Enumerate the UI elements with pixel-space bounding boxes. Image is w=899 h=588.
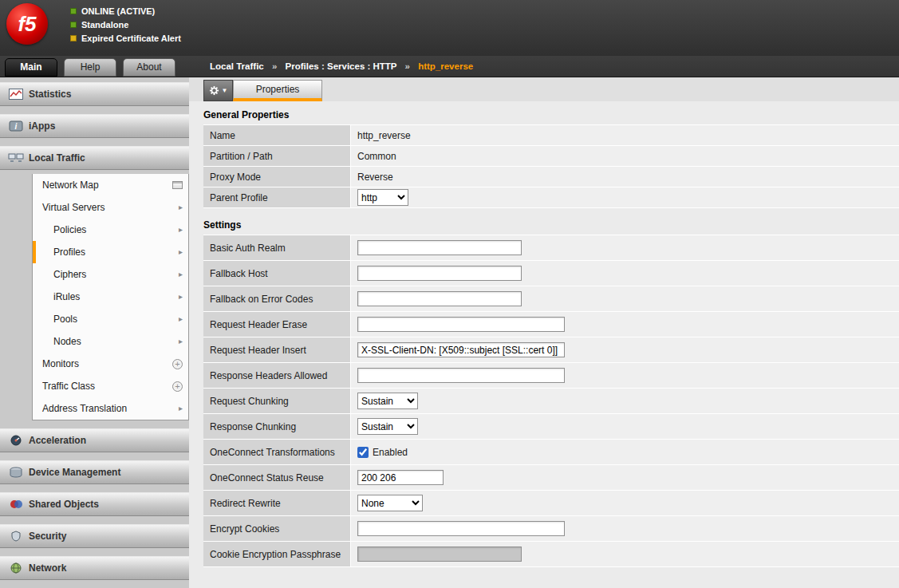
response-headers-allowed-input[interactable] bbox=[357, 368, 565, 383]
chevron-right-icon: ▸ bbox=[179, 219, 183, 241]
submenu-label: Virtual Servers bbox=[42, 202, 104, 213]
settings-table: Basic Auth Realm Fallback Host Fallback … bbox=[203, 235, 899, 567]
enabled-label: Enabled bbox=[373, 447, 408, 458]
sidebar-item-iapps[interactable]: i iApps bbox=[0, 114, 189, 138]
svg-text:i: i bbox=[15, 122, 18, 131]
cookie-encryption-passphrase-input[interactable] bbox=[357, 547, 522, 562]
acceleration-icon bbox=[6, 435, 26, 446]
sidebar-item-label: Security bbox=[29, 531, 66, 542]
oneconnect-status-reuse-input[interactable] bbox=[357, 470, 444, 485]
submenu-label: Address Translation bbox=[42, 403, 127, 414]
sidebar-item-acceleration[interactable]: Acceleration bbox=[0, 428, 189, 452]
table-row: Fallback on Error Codes bbox=[203, 286, 899, 312]
gear-icon bbox=[209, 85, 219, 96]
sidebar-item-monitors[interactable]: Monitors + bbox=[33, 353, 188, 375]
top-header: f5 ONLINE (ACTIVE) Standalone Expired Ce… bbox=[0, 0, 899, 56]
status-cert-alert: Expired Certificate Alert bbox=[70, 31, 181, 45]
submenu-label: iRules bbox=[53, 291, 80, 302]
sidebar-item-profiles[interactable]: Profiles ▸ bbox=[33, 241, 188, 263]
sidebar-item-address-translation[interactable]: Address Translation ▸ bbox=[33, 397, 188, 420]
row-label: Response Headers Allowed bbox=[203, 363, 351, 389]
row-label: Response Chunking bbox=[203, 414, 351, 440]
breadcrumb-middle[interactable]: Profiles : Services : HTTP bbox=[286, 61, 397, 71]
row-label: Proxy Mode bbox=[203, 167, 351, 187]
chevron-right-icon: ▸ bbox=[179, 196, 183, 219]
sidebar-item-nodes[interactable]: Nodes ▸ bbox=[33, 330, 188, 353]
request-chunking-select[interactable]: Sustain bbox=[357, 393, 418, 409]
tab-help[interactable]: Help bbox=[64, 58, 116, 77]
device-management-icon bbox=[6, 467, 26, 478]
submenu-label: Traffic Class bbox=[42, 381, 95, 392]
tab-properties[interactable]: Properties bbox=[233, 80, 322, 101]
tab-main[interactable]: Main bbox=[5, 58, 57, 77]
table-row: OneConnect Transformations Enabled bbox=[203, 440, 899, 465]
breadcrumb-root[interactable]: Local Traffic bbox=[210, 61, 264, 71]
status-yellow-icon bbox=[70, 35, 77, 41]
breadcrumb: Local Traffic » Profiles : Services : HT… bbox=[210, 56, 473, 77]
table-row: Name http_reverse bbox=[203, 125, 899, 146]
table-row: Response Headers Allowed bbox=[203, 363, 899, 389]
sidebar-item-label: Acceleration bbox=[29, 435, 86, 446]
sidebar-item-security[interactable]: Security bbox=[0, 524, 189, 548]
chevron-right-icon: ▸ bbox=[179, 241, 183, 263]
sidebar-item-network-map[interactable]: Network Map bbox=[33, 174, 188, 196]
row-label: Cookie Encryption Passphrase bbox=[203, 542, 351, 567]
row-label: Request Header Erase bbox=[203, 312, 351, 337]
sidebar-item-virtual-servers[interactable]: Virtual Servers ▸ bbox=[33, 196, 188, 219]
main-content: ▼ Properties General Properties Name htt… bbox=[189, 77, 899, 588]
chevron-right-icon: ▸ bbox=[179, 330, 183, 353]
submenu-label: Policies bbox=[53, 224, 86, 235]
oneconnect-transformations-checkbox[interactable] bbox=[357, 447, 369, 458]
submenu-label: Monitors bbox=[42, 358, 79, 369]
sidebar-item-label: Local Traffic bbox=[29, 152, 85, 164]
top-tabs: Main Help About bbox=[5, 58, 175, 77]
request-header-erase-input[interactable] bbox=[357, 317, 565, 332]
sidebar-item-local-traffic[interactable]: Local Traffic bbox=[0, 146, 189, 170]
status-green-icon bbox=[70, 8, 77, 14]
add-plus-icon[interactable]: + bbox=[172, 353, 183, 375]
chevron-right-icon: ▸ bbox=[179, 397, 183, 420]
partition-path-value: Common bbox=[357, 151, 396, 162]
fallback-host-input[interactable] bbox=[357, 266, 522, 281]
row-label: Redirect Rewrite bbox=[203, 491, 351, 516]
sidebar-item-traffic-class[interactable]: Traffic Class + bbox=[33, 375, 188, 397]
sidebar-item-policies[interactable]: Policies ▸ bbox=[33, 219, 188, 241]
local-traffic-submenu: Network Map Virtual Servers ▸ Policies ▸… bbox=[32, 174, 189, 420]
response-chunking-select[interactable]: Sustain bbox=[357, 418, 418, 435]
status-standalone: Standalone bbox=[70, 18, 181, 31]
sidebar-item-label: Device Management bbox=[29, 467, 120, 478]
submenu-label: Ciphers bbox=[53, 269, 86, 280]
tab-about[interactable]: About bbox=[123, 58, 175, 77]
redirect-rewrite-select[interactable]: None bbox=[357, 495, 423, 511]
sidebar-item-ciphers[interactable]: Ciphers ▸ bbox=[33, 263, 188, 286]
parent-profile-select[interactable]: http bbox=[357, 189, 408, 206]
basic-auth-realm-input[interactable] bbox=[357, 240, 522, 255]
table-row: Proxy Mode Reverse bbox=[203, 167, 899, 187]
table-row: Response Chunking Sustain bbox=[203, 414, 899, 440]
network-map-icon bbox=[172, 174, 183, 196]
fallback-error-codes-input[interactable] bbox=[357, 291, 522, 306]
sidebar-item-irules[interactable]: iRules ▸ bbox=[33, 286, 188, 308]
nav-strip: Main Help About Local Traffic » Profiles… bbox=[0, 56, 899, 77]
sidebar-item-device-management[interactable]: Device Management bbox=[0, 460, 189, 484]
local-traffic-icon bbox=[6, 152, 26, 164]
general-properties-table: Name http_reverse Partition / Path Commo… bbox=[203, 124, 899, 208]
add-plus-icon[interactable]: + bbox=[172, 375, 183, 397]
table-row: OneConnect Status Reuse bbox=[203, 465, 899, 491]
status-green-icon bbox=[70, 22, 77, 28]
encrypt-cookies-input[interactable] bbox=[357, 521, 565, 536]
iapps-icon: i bbox=[6, 120, 26, 132]
row-label: OneConnect Status Reuse bbox=[203, 465, 351, 491]
options-gear-button[interactable]: ▼ bbox=[203, 80, 233, 101]
row-label: Request Chunking bbox=[203, 389, 351, 414]
sidebar-item-statistics[interactable]: Statistics bbox=[0, 82, 189, 106]
sidebar-item-shared-objects[interactable]: Shared Objects bbox=[0, 492, 189, 516]
table-row: Cookie Encryption Passphrase bbox=[203, 542, 899, 567]
sidebar-item-label: Shared Objects bbox=[29, 499, 99, 510]
sidebar-item-pools[interactable]: Pools ▸ bbox=[33, 308, 188, 330]
row-label: Request Header Insert bbox=[203, 337, 351, 363]
sidebar-item-network[interactable]: Network bbox=[0, 556, 189, 580]
submenu-label: Nodes bbox=[53, 336, 81, 347]
request-header-insert-input[interactable] bbox=[357, 342, 565, 357]
sidebar-item-label: Network bbox=[29, 562, 66, 574]
